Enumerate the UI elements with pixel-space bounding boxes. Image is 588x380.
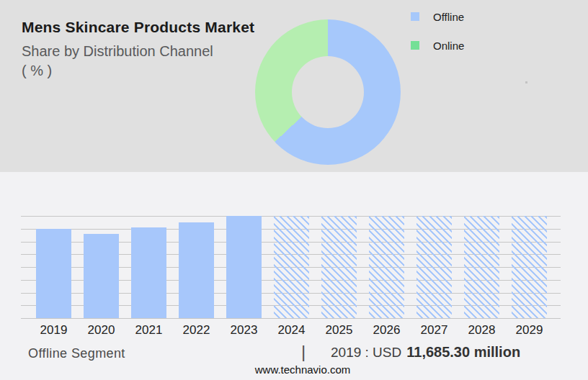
x-label-2027: 2027 xyxy=(421,323,448,338)
infographic-canvas: Mens Skincare Products Market Share by D… xyxy=(0,0,588,380)
legend-label: Online xyxy=(433,40,464,52)
x-label-2026: 2026 xyxy=(373,323,401,338)
bar-2024-forecast xyxy=(274,216,309,318)
bar-2022 xyxy=(179,222,214,318)
x-label-2025: 2025 xyxy=(326,323,353,338)
bar-2020 xyxy=(84,234,119,318)
artifact-speck xyxy=(525,81,527,83)
page-title: Mens Skincare Products Market xyxy=(22,19,259,36)
x-label-2021: 2021 xyxy=(135,323,163,338)
x-label-2029: 2029 xyxy=(516,323,543,338)
segment-label: Offline Segment xyxy=(28,346,125,361)
x-label-2024: 2024 xyxy=(278,323,306,338)
title-block: Mens Skincare Products Market Share by D… xyxy=(22,19,259,79)
x-label-2028: 2028 xyxy=(468,323,496,338)
divider-bar: | xyxy=(301,342,306,362)
x-label-2020: 2020 xyxy=(88,323,115,338)
value-amount: 11,685.30 million xyxy=(406,344,520,360)
value-annotation: 2019 : USD11,685.30 million xyxy=(331,344,520,361)
top-panel: Mens Skincare Products Market Share by D… xyxy=(0,0,588,172)
donut-chart xyxy=(255,19,401,165)
chart-subtitle: Share by Distribution Channel xyxy=(22,42,259,60)
legend-item-offline: Offline xyxy=(411,10,464,23)
value-prefix: 2019 : USD xyxy=(331,345,401,360)
bar-2019 xyxy=(36,229,71,318)
legend: OfflineOnline xyxy=(411,10,464,68)
x-label-2022: 2022 xyxy=(183,323,210,338)
legend-swatch-online-icon xyxy=(411,41,419,50)
donut-hole xyxy=(292,56,364,128)
legend-label: Offline xyxy=(433,11,464,23)
bar-2026-forecast xyxy=(369,216,404,318)
bar-2027-forecast xyxy=(416,216,452,318)
bar-chart xyxy=(21,216,561,318)
bar-2025-forecast xyxy=(321,216,357,318)
legend-item-online: Online xyxy=(411,39,464,52)
bar-2029-forecast xyxy=(512,216,547,318)
bar-2028-forecast xyxy=(464,216,499,318)
website-url: www.technavio.com xyxy=(255,363,351,376)
legend-swatch-offline-icon xyxy=(411,12,419,21)
chart-subtitle-unit: ( % ) xyxy=(22,63,259,79)
bar-2023 xyxy=(226,216,262,318)
x-label-2023: 2023 xyxy=(231,323,258,338)
x-label-2019: 2019 xyxy=(40,323,68,338)
gridline xyxy=(21,318,561,319)
bar-2021 xyxy=(131,227,166,318)
